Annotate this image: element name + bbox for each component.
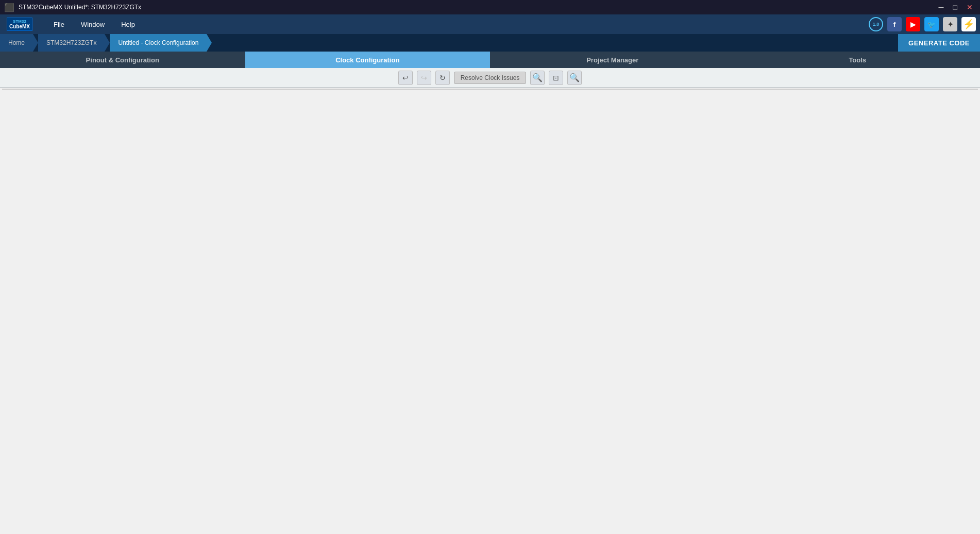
redo-button[interactable]: ↪ [417,71,431,85]
resolve-clock-issues-button[interactable]: Resolve Clock Issues [454,72,527,84]
tab-clock[interactable]: Clock Configuration [245,52,491,68]
window-title: STM32CubeMX Untitled*: STM32H723ZGTx [19,4,141,11]
breadcrumb-config[interactable]: Untitled - Clock Configuration [110,34,207,52]
tab-bar: Pinout & Configuration Clock Configurati… [0,52,980,68]
breadcrumb-device[interactable]: STM32H723ZGTx [38,34,105,52]
menu-right: 1.0 f ▶ 🐦 ✦ ⚡ [869,17,976,31]
refresh-button[interactable]: ↻ [435,71,450,85]
menu-file[interactable]: File [45,18,73,31]
tab-pinout[interactable]: Pinout & Configuration [0,52,245,68]
menu-window[interactable]: Window [73,18,113,31]
facebook-icon[interactable]: f [887,17,902,31]
undo-button[interactable]: ↩ [398,71,413,85]
logo-text2: CubeMX [9,24,30,29]
zoom-in-button[interactable]: 🔍 [530,71,545,85]
minimize-btn[interactable]: ─ [936,2,947,12]
breadcrumb-arrow1 [33,34,38,52]
tab-tools[interactable]: Tools [735,52,981,68]
twitter-icon[interactable]: 🐦 [924,17,939,31]
app-logo: STM32 CubeMX [4,16,35,32]
star-icon[interactable]: ✦ [943,17,957,31]
tab-project[interactable]: Project Manager [490,52,735,68]
breadcrumb-arrow3 [207,34,212,52]
title-bar-controls: ─ □ ✕ [936,2,976,12]
toolbar: ↩ ↪ ↻ Resolve Clock Issues 🔍 ⊡ 🔍 [0,68,980,88]
st-brand-icon[interactable]: ⚡ [961,17,976,31]
menu-help[interactable]: Help [113,18,143,31]
zoom-out-button[interactable]: 🔍 [567,71,582,85]
clock-diagram-area: Input frequency 32.768 0-1000 KHz LSI RC… [2,89,978,90]
version-badge: 1.0 [869,17,883,31]
menu-bar: STM32 CubeMX File Window Help 1.0 f ▶ 🐦 … [0,14,980,34]
close-btn[interactable]: ✕ [964,2,976,12]
maximize-btn[interactable]: □ [950,2,960,12]
generate-code-button[interactable]: GENERATE CODE [898,34,980,52]
youtube-icon[interactable]: ▶ [906,17,920,31]
breadcrumb-home[interactable]: Home [0,34,33,52]
app-icon: ⬛ [4,3,14,12]
breadcrumb-nav: Home STM32H723ZGTx Untitled - Clock Conf… [0,34,980,52]
title-bar-left: ⬛ STM32CubeMX Untitled*: STM32H723ZGTx [4,3,141,12]
title-bar: ⬛ STM32CubeMX Untitled*: STM32H723ZGTx ─… [0,0,980,14]
fit-all-button[interactable]: ⊡ [549,71,563,85]
logo-text1: STM32 [9,19,30,24]
breadcrumb-arrow2 [105,34,110,52]
